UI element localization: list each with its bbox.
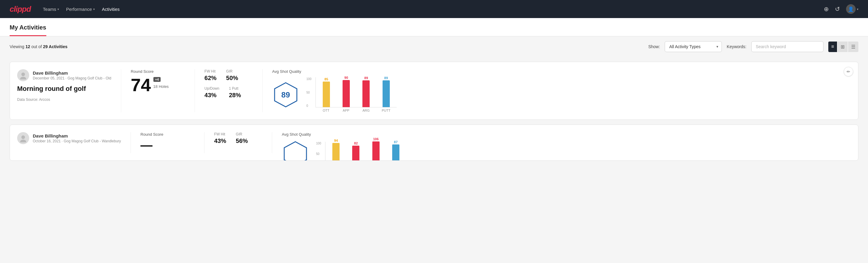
bar-app: 90 <box>338 76 354 107</box>
nav-performance[interactable]: Performance ▾ <box>64 5 97 13</box>
round-score-label: Round Score <box>131 69 185 74</box>
avg-quality-label: Avg Shot Quality <box>282 132 851 137</box>
header-actions: ⊕ ↺ 👤 ▾ <box>824 4 858 14</box>
holes-count: 18 Holes <box>153 84 169 89</box>
score-display: — <box>141 139 195 151</box>
stat-fw-hit: FW Hit 43% <box>214 132 226 144</box>
shot-quality-chart: 100 50 0 94 82 <box>316 142 406 161</box>
avatar <box>17 69 29 81</box>
bar-arg: 89 <box>358 76 374 107</box>
score-value: — <box>141 139 153 151</box>
compact-view-button[interactable]: ☰ <box>848 41 858 52</box>
round-score-section: Round Score 74 +4 18 Holes <box>131 69 185 95</box>
logo[interactable]: clippd <box>10 4 31 14</box>
score-value: 74 <box>131 76 151 94</box>
activity-title: Morning round of golf <box>17 85 111 93</box>
divider <box>272 132 272 153</box>
activities-content: ✏ Dave Billingham December 05, 2021 · Go… <box>0 57 868 170</box>
card-user-info: Dave Billingham December 05, 2021 · Gog … <box>17 69 111 102</box>
avg-shot-quality-section: Avg Shot Quality 100 50 0 <box>282 132 851 161</box>
user-date: October 16, 2021 · Gog Magog Golf Club -… <box>33 139 121 143</box>
data-source: Data Source: Arccos <box>17 97 111 102</box>
grid-view-button[interactable]: ⊞ <box>838 41 847 52</box>
stats-section: FW Hit 62% GIR 50% Up/Down 43% 1 Putt 28… <box>205 69 253 104</box>
avatar-chevron-icon: ▾ <box>857 7 858 11</box>
bar-app: 82 <box>348 141 364 161</box>
stat-gir: GIR 56% <box>236 132 248 144</box>
bar-putt: 87 <box>388 140 404 161</box>
quality-hexagon <box>282 140 309 161</box>
shot-quality-chart: 100 50 0 85 90 <box>307 77 397 112</box>
score-badge: +4 <box>153 77 161 82</box>
svg-point-1 <box>20 77 26 80</box>
keyword-search-input[interactable] <box>751 41 824 52</box>
avatar-button[interactable]: 👤 ▾ <box>846 4 858 14</box>
quality-hexagon: 89 <box>272 81 299 108</box>
svg-marker-5 <box>284 142 307 161</box>
subheader: My Activities <box>0 18 868 36</box>
bar-ott: 94 <box>328 139 344 161</box>
user-row: Dave Billingham October 16, 2021 · Gog M… <box>17 132 121 144</box>
user-name: Dave Billingham <box>33 70 111 76</box>
performance-chevron-icon: ▾ <box>93 7 95 11</box>
refresh-icon[interactable]: ↺ <box>835 5 840 12</box>
activity-type-select-wrapper: All Activity Types ▾ <box>665 41 722 52</box>
nav-activities[interactable]: Activities <box>99 5 122 13</box>
avatar <box>17 132 29 144</box>
main-nav: Teams ▾ Performance ▾ Activities <box>40 5 122 13</box>
bar-ott: 85 <box>318 77 335 107</box>
nav-teams[interactable]: Teams ▾ <box>40 5 61 13</box>
avg-quality-label: Avg Shot Quality <box>272 69 851 74</box>
view-toggle: ≡ ⊞ ☰ <box>828 41 858 52</box>
main-header: clippd Teams ▾ Performance ▾ Activities … <box>0 0 868 18</box>
list-view-button[interactable]: ≡ <box>828 41 837 52</box>
divider <box>262 69 262 112</box>
svg-point-4 <box>20 140 26 142</box>
round-score-section: Round Score — <box>141 132 195 152</box>
page-title: My Activities <box>10 18 46 36</box>
activity-card: ✏ Dave Billingham December 05, 2021 · Go… <box>10 62 858 120</box>
activity-card: Dave Billingham October 16, 2021 · Gog M… <box>10 124 858 161</box>
stat-1putt: 1 Putt 28% <box>229 86 241 99</box>
score-display: 74 +4 18 Holes <box>131 76 185 94</box>
divider <box>121 69 121 112</box>
add-icon[interactable]: ⊕ <box>824 5 829 12</box>
quality-value: 89 <box>281 90 290 99</box>
stats-section: FW Hit 43% GIR 56% <box>214 132 262 149</box>
bar-putt: 89 <box>378 76 394 107</box>
divider <box>130 132 131 153</box>
avatar: 👤 <box>846 4 856 14</box>
viewing-count-text: Viewing 12 out of 29 Activities <box>10 44 643 49</box>
user-name: Dave Billingham <box>33 133 121 139</box>
filter-bar: Viewing 12 out of 29 Activities Show: Al… <box>0 36 868 57</box>
stat-updown: Up/Down 43% <box>205 86 219 99</box>
round-score-label: Round Score <box>141 132 195 137</box>
show-label: Show: <box>648 44 660 49</box>
user-date: December 05, 2021 · Gog Magog Golf Club … <box>33 76 111 80</box>
user-row: Dave Billingham December 05, 2021 · Gog … <box>17 69 111 81</box>
stat-gir: GIR 50% <box>226 69 238 82</box>
bar-arg: 106 <box>368 137 384 161</box>
teams-chevron-icon: ▾ <box>57 7 59 11</box>
edit-button[interactable]: ✏ <box>844 67 853 77</box>
divider <box>204 132 205 153</box>
card-user-info: Dave Billingham October 16, 2021 · Gog M… <box>17 132 121 148</box>
svg-point-3 <box>21 136 25 139</box>
keywords-label: Keywords: <box>726 44 746 49</box>
avatar-icon: 👤 <box>848 6 854 12</box>
activity-type-select[interactable]: All Activity Types <box>665 41 722 52</box>
avg-shot-quality-section: Avg Shot Quality 89 100 50 0 <box>272 69 851 112</box>
stat-fw-hit: FW Hit 62% <box>205 69 217 82</box>
svg-point-0 <box>21 72 25 76</box>
